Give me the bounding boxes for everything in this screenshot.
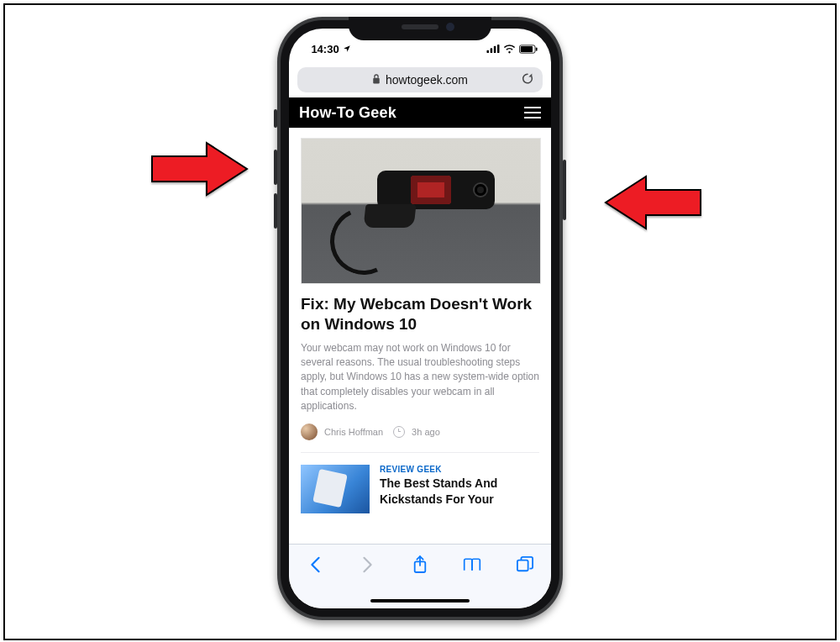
secondary-article-image (301, 465, 370, 513)
cell-signal-icon (486, 45, 500, 53)
bookmarks-button[interactable] (457, 553, 487, 576)
svg-rect-6 (536, 47, 538, 50)
tabs-button[interactable] (510, 553, 540, 576)
svg-rect-3 (497, 45, 500, 53)
svg-rect-2 (494, 46, 496, 53)
wifi-icon (503, 45, 516, 54)
clock-icon (393, 426, 405, 438)
site-title[interactable]: How-To Geek (299, 104, 396, 122)
back-button[interactable] (300, 553, 330, 576)
svg-rect-5 (521, 46, 533, 52)
status-time: 14:30 (311, 43, 339, 55)
phone-power-button (563, 160, 566, 220)
article-hero-image[interactable] (301, 138, 541, 284)
svg-rect-9 (517, 560, 528, 571)
safari-address-host: howtogeek.com (386, 73, 468, 87)
secondary-title: The Best Stands And Kickstands For Your (380, 476, 539, 506)
secondary-article[interactable]: REVIEW GEEK The Best Stands And Kickstan… (301, 453, 539, 513)
safari-toolbar (289, 544, 551, 608)
forward-button (353, 553, 383, 576)
battery-icon (519, 45, 538, 54)
article-author[interactable]: Chris Hoffman (324, 427, 383, 437)
article-byline: Chris Hoffman 3h ago (301, 424, 539, 453)
svg-rect-7 (373, 78, 380, 84)
location-services-icon (343, 45, 351, 53)
article-time-ago: 3h ago (412, 427, 440, 437)
page-frame: 14:30 (3, 3, 837, 640)
svg-rect-0 (487, 50, 490, 53)
home-indicator[interactable] (370, 599, 470, 603)
article-excerpt: Your webcam may not work on Windows 10 f… (301, 341, 539, 414)
page-content: Fix: My Webcam Doesn't Work on Windows 1… (289, 128, 551, 544)
reload-icon[interactable] (521, 72, 534, 88)
share-button[interactable] (405, 553, 435, 576)
phone-notch (349, 17, 491, 40)
annotation-arrow-right (604, 173, 696, 229)
site-header: How-To Geek (289, 97, 551, 128)
avatar (301, 424, 318, 440)
annotation-arrow-left (148, 139, 240, 195)
article-title[interactable]: Fix: My Webcam Doesn't Work on Windows 1… (301, 294, 539, 334)
phone-mute-switch (274, 109, 277, 128)
svg-rect-1 (491, 48, 493, 53)
phone-volume-up (274, 150, 277, 185)
secondary-category: REVIEW GEEK (380, 465, 539, 474)
phone-device: 14:30 (277, 17, 563, 620)
lock-icon (372, 73, 381, 87)
phone-volume-down (274, 193, 277, 229)
phone-screen: 14:30 (289, 29, 551, 608)
safari-address-area: howtogeek.com (289, 64, 551, 97)
hamburger-menu-icon[interactable] (524, 107, 541, 118)
safari-address-bar[interactable]: howtogeek.com (297, 67, 543, 92)
